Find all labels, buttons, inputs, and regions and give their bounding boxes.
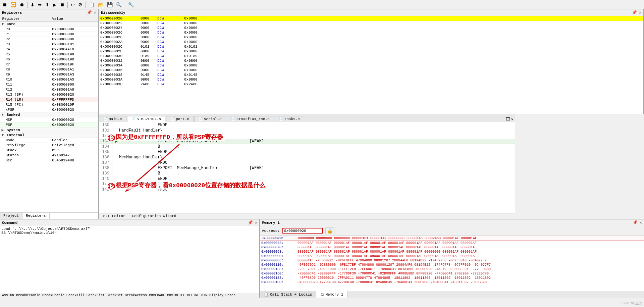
- code-line-139: 139 B .: [99, 171, 515, 176]
- toolbar-sep-2: [67, 2, 68, 8]
- reg-row-xpsr: xPSR0x09000020: [0, 107, 98, 112]
- reg-row-privilege: PrivilegePrivileged: [0, 143, 98, 148]
- toolbar-btn-3[interactable]: ⏺: [18, 1, 25, 8]
- memory-row: 0x00000070:080001AF 080001AF 080001AF 08…: [260, 245, 644, 250]
- toolbar-btn-1[interactable]: ⏹: [1, 1, 8, 8]
- registers-title: Registers: [2, 11, 22, 15]
- disasm-row: 0x0000003C2A6BDCW0x2A6B: [99, 82, 643, 87]
- memory-row: 0x00000020:00000000 00000000 00000000 08…: [260, 236, 644, 241]
- reg-row-r9: R90x080001A3: [0, 72, 98, 77]
- reg-row-r2: R20x00000000: [0, 37, 98, 42]
- code-line-133: 133▶ EXPORT HardFault_Handler [WEAK]: [99, 139, 515, 144]
- code-line-134: 134 B .: [99, 144, 515, 150]
- callstack-label: Call Stack + Locals: [270, 293, 312, 297]
- memory-pin-btn[interactable]: 📌: [633, 220, 638, 225]
- memory-content[interactable]: 0x00000020:00000000 00000000 00000000 08…: [260, 236, 644, 291]
- disassembly-pin-btn[interactable]: 📌: [632, 10, 637, 15]
- editor-maximize-btn[interactable]: 🗖: [506, 117, 510, 122]
- disassembly-content[interactable]: 0x000000200000DCW0x00000x000000220000DCW…: [99, 16, 643, 114]
- registers-panel-header: Registers 📌 ✕: [0, 9, 98, 16]
- code-line-130: 130 ENDP: [99, 123, 515, 128]
- memory-row: 0x00000188:-40FFB890 20000010 -7FFA0C11 …: [260, 276, 644, 280]
- tab-project[interactable]: Project: [0, 213, 22, 219]
- editor-tab-stm32f10x_rcc-c[interactable]: 📄stm32f10x_rcc.c: [227, 116, 274, 122]
- memory-title: Memory 1: [262, 221, 280, 225]
- editor-tab-tasks-c[interactable]: 📄tasks.c: [275, 116, 304, 122]
- toolbar-btn-step-in[interactable]: ⬇: [30, 1, 36, 8]
- toolbar-btn-8[interactable]: 🔍: [115, 1, 123, 8]
- code-line-136: 136MemManage_Handler\: [99, 155, 515, 160]
- disasm-row: 0x000000240000DCW0x0000: [99, 25, 643, 30]
- memory-row: 0x000001B0:0x00000020 4770BF30 4770BF40 …: [260, 280, 644, 285]
- toolbar-btn-step-over[interactable]: ➡: [37, 1, 43, 8]
- code-line-138: 138 EXPORT MemManage_Handler [WEAK]: [99, 166, 515, 171]
- reg-col-value: Value: [50, 16, 98, 22]
- memory1-icon: 🗂: [320, 292, 324, 297]
- code-line-132: 132 PROC: [99, 134, 515, 139]
- reg-row-msp: MSP0x00000020: [0, 117, 98, 122]
- reg-row-r1: R10x00000000: [0, 32, 98, 37]
- reg-row-states: States49168147: [0, 153, 98, 158]
- reg-row-r8: R80x080001A1: [0, 67, 98, 72]
- toolbar-btn-2[interactable]: 🔁: [9, 1, 17, 8]
- command-close-btn[interactable]: ✕: [255, 220, 257, 225]
- memory-tab-memory1[interactable]: 🗂 Memory 1: [316, 291, 347, 298]
- toolbar-sep-1: [27, 2, 28, 8]
- memory-row: 0x00000110:-0FB07091 -0C8B0000 -0FB177EF…: [260, 263, 644, 267]
- reg-row-r3: R30x08000101: [0, 42, 98, 47]
- reg-row-r11: R110x00000000: [0, 82, 98, 87]
- code-line-141: 141BusFault_Handler\: [99, 182, 515, 187]
- editor-tab-STM32F10x-s[interactable]: 📄STM32F10x.s: [127, 116, 166, 122]
- disasm-row: 0x000000380145DCW0x0145: [99, 72, 643, 77]
- reg-row-r4: R40x20004AF0: [0, 47, 98, 52]
- tab-registers[interactable]: Registers: [22, 213, 49, 219]
- toolbar-sep-4: [125, 2, 125, 8]
- reg-group-core[interactable]: ▼ Core: [0, 22, 98, 27]
- toolbar-btn-reset[interactable]: ↩: [70, 1, 76, 8]
- toolbar-btn-settings[interactable]: ⚙: [77, 1, 84, 8]
- memory-addr-input[interactable]: [282, 228, 323, 234]
- disassembly-header: Disassembly 📌 ✕: [99, 9, 643, 16]
- disassembly-close-btn[interactable]: ✕: [639, 10, 641, 15]
- registers-pin-btn[interactable]: 📌: [87, 10, 92, 15]
- command-bottom-bar: ASSIGN BreakDisable BreakEnable BreakKil…: [0, 293, 259, 298]
- toolbar-btn-5[interactable]: 📋: [88, 1, 96, 8]
- reg-group-internal[interactable]: ▼ Internal: [0, 133, 98, 138]
- editor-tab-port-c[interactable]: 📄port.c: [166, 116, 194, 122]
- toolbar-btn-9[interactable]: 🔧: [127, 1, 135, 8]
- editor-tab-wizard[interactable]: Configuration Wizard: [132, 214, 176, 218]
- bottom-section: Command 📌 ✕ Load "..\\..\\..\\Objects\\R…: [0, 219, 644, 298]
- editor-tab-serial-c[interactable]: 📄serial.c: [194, 116, 226, 122]
- memory-addr-label: Address:: [262, 229, 280, 233]
- memory-row: 0x000000C0:080001AF 080001AF 080001AF 08…: [260, 254, 644, 258]
- command-content[interactable]: Load "..\\..\\..\\Objects\\RTOSDemo.axf"…: [0, 226, 259, 293]
- reg-row-r12: R120x080001A9: [0, 87, 98, 92]
- toolbar-btn-run[interactable]: ▶: [52, 1, 57, 8]
- toolbar-btn-6[interactable]: 📂: [97, 1, 105, 8]
- reg-group-system[interactable]: ▶ System: [0, 127, 98, 133]
- editor-tab-texteditor[interactable]: Text Editor: [101, 214, 125, 218]
- memory-tab-callstack[interactable]: 📋 Call Stack + Locals: [260, 291, 316, 298]
- editor-content[interactable]: 130 ENDP131HardFault_Handler\132 PROC133…: [99, 122, 515, 213]
- reg-row-r10: R100x080001A5: [0, 77, 98, 82]
- reg-row-r7: R70x0800019F: [0, 62, 98, 67]
- disasm-row: 0x000000360000DCW0x0000: [99, 68, 643, 72]
- disasm-row: 0x0000002E0800DCW0x0800: [99, 49, 643, 54]
- memory-row: 0x00000098:080001AF 080001AF 080001AF 08…: [260, 250, 644, 254]
- top-section: Registers 📌 ✕ Register Value ▼ CoreR00x0…: [0, 9, 644, 219]
- toolbar-btn-stop[interactable]: ⏹: [59, 1, 65, 8]
- memory-lock-btn[interactable]: 🔒: [325, 227, 334, 234]
- toolbar-btn-7[interactable]: 💾: [106, 1, 114, 8]
- memory-row: 0x00000160:-70B00C41 -02B00FFF -1770DF30…: [260, 271, 644, 276]
- editor-close-btn[interactable]: ✕: [511, 117, 514, 122]
- command-pin-btn[interactable]: 📌: [248, 220, 253, 225]
- memory-row: 0x00000138:-20FF7091 -40FF1000 -1FFF12F8…: [260, 267, 644, 271]
- registers-panel: Registers 📌 ✕ Register Value ▼ CoreR00x0…: [0, 9, 99, 219]
- reg-group-banked[interactable]: ▼ Banked: [0, 112, 98, 117]
- memory-close-btn[interactable]: ✕: [640, 220, 642, 225]
- editor-tab-main-c[interactable]: 📄main.c: [99, 116, 126, 122]
- registers-close-btn[interactable]: ✕: [94, 10, 96, 15]
- toolbar-sep-3: [86, 2, 86, 8]
- memory-row: 0x00000048:080001AF 080001AF 080001AF 08…: [260, 241, 644, 245]
- toolbar-btn-step-out[interactable]: ⬆: [44, 1, 50, 8]
